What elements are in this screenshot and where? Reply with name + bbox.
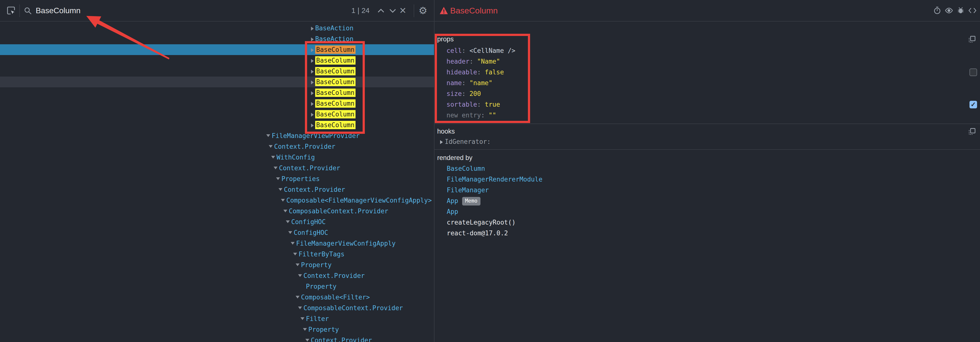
tree-row-BaseAction[interactable]: BaseAction	[0, 33, 434, 44]
chevron-down-icon[interactable]	[296, 296, 299, 299]
chevron-down-icon[interactable]	[296, 264, 299, 266]
tree-row-FilterByTags[interactable]: FilterByTags	[0, 249, 434, 259]
component-name: Properties	[282, 175, 320, 183]
owner-name[interactable]: App	[447, 208, 458, 215]
component-name: Context.Provider	[274, 143, 335, 150]
tree-row-BaseColumn[interactable]: BaseColumn	[0, 109, 434, 119]
tree-row-BaseColumn[interactable]: BaseColumn	[0, 98, 434, 109]
tree-row-Property[interactable]: Property	[0, 281, 434, 292]
hook-row-IdGenerator[interactable]: IdGenerator:	[440, 136, 491, 147]
rendered-by-App[interactable]: AppMemo	[447, 196, 480, 206]
hook-name: IdGenerator:	[445, 138, 491, 145]
code-brackets-icon[interactable]	[968, 6, 977, 15]
toolbar-divider	[414, 5, 414, 17]
rendered-by-App[interactable]: App	[447, 206, 458, 217]
owner-name[interactable]: App	[447, 197, 458, 205]
tree-row-FileManagerViewConfigApply[interactable]: FileManagerViewConfigApply	[0, 238, 434, 249]
chevron-down-icon[interactable]	[305, 339, 309, 342]
chevron-down-icon[interactable]	[293, 253, 297, 255]
tree-row-ConfigHOC[interactable]: ConfigHOC	[0, 216, 434, 227]
inspect-element-icon[interactable]	[6, 6, 16, 16]
chevron-down-icon[interactable]	[298, 307, 302, 309]
chevron-down-icon[interactable]	[281, 199, 285, 202]
tree-row-BaseColumn[interactable]: BaseColumn	[0, 44, 434, 55]
react-devtools-window: BaseColumn 1 | 24 × ⚙ BaseActionBaseActi…	[0, 0, 980, 342]
rendered-by-FileManagerRendererModule[interactable]: FileManagerRendererModule	[447, 174, 542, 185]
tree-row-ComposableContext.Provider[interactable]: ComposableContext.Provider	[0, 302, 434, 313]
component-name: FileManagerViewConfigApply	[296, 240, 396, 247]
component-name: ComposableContext.Provider	[289, 207, 388, 215]
tree-row-Filter[interactable]: Filter	[0, 313, 434, 324]
prop-checkbox-hideable[interactable]	[969, 68, 977, 76]
tree-row-Context.Provider[interactable]: Context.Provider	[0, 141, 434, 152]
owner-name: react-dom@17.0.2	[447, 229, 508, 237]
section-divider	[434, 124, 980, 124]
tree-row-Context.Provider[interactable]: Context.Provider	[0, 163, 434, 173]
search-icon	[24, 6, 32, 16]
component-name: Context.Provider	[311, 337, 372, 342]
chevron-down-icon[interactable]	[286, 220, 290, 223]
selected-component-title: BaseColumn	[450, 0, 498, 21]
tree-row-ComposableContext.Provider[interactable]: ComposableContext.Provider	[0, 206, 434, 216]
eye-icon[interactable]	[945, 6, 953, 15]
tree-row-Context.Provider[interactable]: Context.Provider	[0, 184, 434, 195]
chevron-down-icon[interactable]	[276, 177, 280, 180]
rendered-by-FileManager[interactable]: FileManager	[447, 185, 489, 196]
chevron-down-icon[interactable]	[269, 145, 273, 148]
chevron-down-icon[interactable]	[291, 242, 294, 245]
tree-row-FileManagerViewProvider[interactable]: FileManagerViewProvider	[0, 130, 434, 141]
chevron-right-icon[interactable]	[311, 37, 314, 41]
tree-row-Context.Provider[interactable]: Context.Provider	[0, 270, 434, 281]
chevron-right-icon[interactable]	[440, 140, 443, 144]
rendered-by-react-dom@17.0.2: react-dom@17.0.2	[447, 228, 508, 239]
tree-row-WithConfig[interactable]: WithConfig	[0, 152, 434, 163]
copy-props-icon[interactable]	[968, 35, 976, 43]
details-header: BaseColumn	[434, 0, 980, 22]
stopwatch-icon[interactable]	[933, 6, 941, 15]
warning-icon	[439, 6, 448, 16]
tree-row-Composable<Filter>[interactable]: Composable<Filter>	[0, 292, 434, 302]
search-input[interactable]: BaseColumn	[36, 0, 80, 21]
next-result-button[interactable]	[388, 8, 397, 14]
tree-row-BaseColumn[interactable]: BaseColumn	[0, 76, 434, 87]
prop-checkbox-sortable[interactable]: ✓	[969, 101, 977, 108]
tree-row-Property[interactable]: Property	[0, 324, 434, 335]
component-name: Property	[306, 283, 336, 290]
chevron-down-icon[interactable]	[278, 188, 282, 191]
chevron-down-icon[interactable]	[301, 317, 304, 320]
component-name: Property	[301, 261, 332, 269]
tree-row-BaseColumn[interactable]: BaseColumn	[0, 87, 434, 98]
copy-hooks-icon[interactable]	[968, 127, 976, 136]
chevron-right-icon[interactable]	[311, 27, 314, 30]
bug-icon[interactable]	[956, 6, 965, 15]
tree-row-Composable<FileManagerViewConfigApply>[interactable]: Composable<FileManagerViewConfigApply>	[0, 195, 434, 206]
component-name: Composable<FileManagerViewConfigApply>	[286, 197, 432, 204]
tree-row-Properties[interactable]: Properties	[0, 173, 434, 184]
previous-result-button[interactable]	[377, 8, 385, 14]
chevron-down-icon[interactable]	[266, 134, 270, 137]
chevron-down-icon[interactable]	[274, 167, 277, 169]
owner-name[interactable]: FileManagerRendererModule	[447, 176, 542, 183]
chevron-down-icon[interactable]	[288, 231, 292, 234]
tree-row-Context.Provider[interactable]: Context.Provider	[0, 335, 434, 342]
chevron-down-icon[interactable]	[303, 328, 307, 331]
tree-row-BaseColumn[interactable]: BaseColumn	[0, 55, 434, 66]
owner-name[interactable]: FileManager	[447, 186, 489, 194]
chevron-down-icon[interactable]	[283, 210, 287, 212]
gear-icon[interactable]: ⚙	[418, 0, 427, 21]
component-tree: BaseActionBaseActionBaseColumnBaseColumn…	[0, 22, 434, 342]
tree-row-ConfigHOC[interactable]: ConfigHOC	[0, 227, 434, 238]
memo-badge: Memo	[462, 197, 480, 205]
tree-row-BaseAction[interactable]: BaseAction	[0, 23, 434, 33]
chevron-down-icon[interactable]	[298, 274, 302, 277]
rendered-by-BaseColumn[interactable]: BaseColumn	[447, 163, 485, 174]
component-name: ConfigHOC	[294, 229, 328, 236]
tree-row-BaseColumn[interactable]: BaseColumn	[0, 66, 434, 76]
tree-row-Property[interactable]: Property	[0, 259, 434, 270]
components-toolbar: BaseColumn 1 | 24 × ⚙	[0, 0, 434, 22]
owner-name[interactable]: BaseColumn	[447, 165, 485, 172]
component-name: Composable<Filter>	[301, 294, 370, 301]
tree-row-BaseColumn[interactable]: BaseColumn	[0, 119, 434, 130]
clear-search-button[interactable]: ×	[399, 0, 406, 21]
chevron-down-icon[interactable]	[271, 156, 275, 159]
